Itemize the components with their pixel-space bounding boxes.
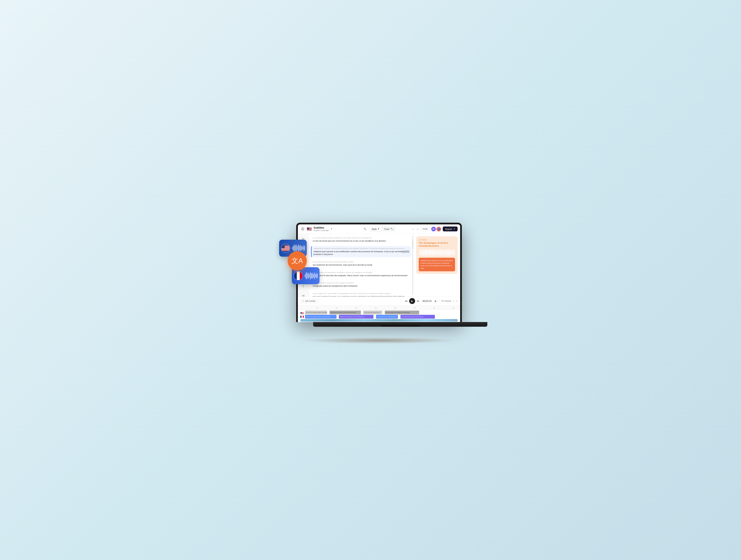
back-arrow-icon[interactable]: ← <box>411 227 414 231</box>
subtitle-original-5: workplace doesn't require as much change… <box>313 282 410 284</box>
svg-rect-32 <box>300 314 304 314</box>
subtitle-translated-1[interactable]: Un lieu de travail sain pour l'environne… <box>313 240 410 243</box>
fr-segment-4[interactable]: et la santé et le bien-être des employés… <box>400 315 435 319</box>
header-left: Subtitles English Language ▾ <box>300 226 362 232</box>
menu-icon[interactable] <box>300 227 305 231</box>
sidebar-item-help[interactable]: ? <box>299 284 308 289</box>
timeline-ruler: 15 20 25 30 35 40 45 50 <box>298 306 460 310</box>
subtitle-block-6: as you might think. The benefits to orga… <box>311 291 411 297</box>
svg-rect-25 <box>307 230 312 231</box>
search-button[interactable]: 🔍 <box>362 226 368 232</box>
svg-rect-10 <box>281 250 290 250</box>
subtitle-block-3: of not only the environment, but also wo… <box>311 259 411 268</box>
svg-rect-31 <box>300 313 304 314</box>
laptop-shadow <box>302 337 456 344</box>
subtitle-block-1: An environmentally healthy workplace is … <box>311 235 411 244</box>
ruler-mark-30: 30 <box>375 307 377 309</box>
editor-panel: An environmentally healthy workplace is … <box>309 234 413 297</box>
zoom-in-icon[interactable]: + <box>453 300 454 302</box>
scroll-indicator <box>412 236 413 295</box>
ruler-mark-40: 40 <box>414 307 415 309</box>
subtitle-block-5: workplace doesn't require as much change… <box>311 281 411 289</box>
export-button[interactable]: Export ↗ <box>443 227 458 231</box>
subtitle-highlight-text: collaborer pour parvenir à une améliorat… <box>420 259 453 269</box>
svg-rect-8 <box>281 249 290 249</box>
fit-timeline-button[interactable]: Fit Timeline <box>442 300 451 302</box>
header-right: ← → Invite SK 👤 Export ↗ <box>396 227 458 231</box>
scene: 文A <box>275 214 466 346</box>
timeline-area: ✂ Split Subtitle ⏮ ▶ ⏭ 00:02:23 🔊 − <box>298 297 460 322</box>
svg-rect-21 <box>307 229 312 230</box>
svg-rect-7 <box>281 248 290 249</box>
fast-forward-button[interactable]: ⏭ <box>417 300 419 303</box>
tab-style[interactable]: Style ✦ <box>369 227 382 231</box>
track-flag-fr <box>300 316 304 318</box>
subtitle-translated-5[interactable]: n'exige pas autant de changements dans l… <box>313 285 410 288</box>
invite-button[interactable]: Invite <box>421 227 429 231</box>
subtitle-translated-6[interactable]: que vous pourriez le penser. Les avantag… <box>313 295 410 297</box>
sidebar-item-message[interactable]: ✉ <box>299 293 308 297</box>
audio-waveform <box>419 249 455 256</box>
app-title: Subtitles <box>314 226 329 229</box>
svg-rect-9 <box>281 249 290 250</box>
header-center: 🔍 Style ✦ Tools 🔧 <box>362 226 396 232</box>
timeline-right-controls: 🔊 − Fit Timeline + 〜 <box>434 300 458 303</box>
svg-rect-34 <box>300 312 302 313</box>
fr-segment-3[interactable]: non seulement de l'environnement... <box>376 315 398 319</box>
laptop: Subtitles English Language ▾ 🔍 Style ✦ <box>296 223 462 322</box>
audio-card: Leo Brown The Advantages of an Eco-Frien… <box>416 236 458 274</box>
title-dropdown-icon[interactable]: ▾ <box>331 228 332 230</box>
svg-rect-12 <box>281 250 290 251</box>
user-initials-badge: SK <box>431 227 436 231</box>
svg-rect-27 <box>307 228 309 230</box>
translate-icon: 文A <box>291 256 303 265</box>
ruler-mark-20: 20 <box>336 307 338 309</box>
subtitle-translated-3[interactable]: non seulement de l'environnement, mais a… <box>313 264 410 267</box>
fr-segment-1[interactable]: Un lieu de travail sain pour l'environne… <box>305 315 337 319</box>
svg-rect-11 <box>281 250 290 250</box>
split-subtitle-button[interactable]: ✂ Split Subtitle <box>300 299 317 303</box>
laptop-base <box>313 322 487 327</box>
timeline-controls: ✂ Split Subtitle ⏮ ▶ ⏭ 00:02:23 🔊 − <box>298 297 460 306</box>
ruler-mark-15: 15 <box>317 307 318 309</box>
en-segment-4[interactable]: and the health and wellbeing of employee… <box>385 311 419 314</box>
en-segment-3[interactable]: of not only the environment... <box>363 311 382 314</box>
ruler-mark-50: 50 <box>453 307 455 309</box>
app-header: Subtitles English Language ▾ 🔍 Style ✦ <box>298 224 460 234</box>
volume-icon[interactable]: 🔊 <box>434 300 437 302</box>
subtitle-original-4: and the health and wellbeing of employee… <box>313 271 410 273</box>
subtitle-translated-2[interactable]: collaborer pour parvenir à une améliorat… <box>313 250 410 256</box>
rewind-button[interactable]: ⏮ <box>405 300 407 303</box>
message-icon: ✉ <box>302 294 305 297</box>
fr-waveform <box>305 271 318 280</box>
en-segment-1[interactable]: An environmentally healthy workplace is … <box>305 311 327 314</box>
fr-segment-2[interactable]: collaborer pour parvenir à une améliorat… <box>339 315 374 319</box>
subtitle-block-4: and the health and wellbeing of employee… <box>311 270 411 278</box>
forward-arrow-icon[interactable]: → <box>416 227 419 231</box>
tools-icon: 🔧 <box>390 228 393 230</box>
playback-controls: ⏮ ▶ ⏭ 00:02:23 <box>405 298 433 304</box>
subtitle-original-1: An environmentally healthy workplace is … <box>313 237 410 239</box>
track-row-audio <box>300 319 458 322</box>
zoom-out-icon[interactable]: − <box>439 300 440 302</box>
subtitle-block-2: collaborate to achieve continual improve… <box>311 246 411 257</box>
svg-rect-13 <box>281 245 285 248</box>
translate-button[interactable]: 文A <box>288 251 307 270</box>
export-icon: ↗ <box>453 228 455 230</box>
us-waveform <box>292 244 305 252</box>
en-segment-2[interactable]: collaborate to achieve continual improve… <box>330 311 361 314</box>
subtitle-highlight-card: collaborer pour parvenir à une améliorat… <box>419 258 455 271</box>
track-row-fr: Un lieu de travail sain pour l'environne… <box>300 315 458 319</box>
subtitle-original-3: of not only the environment, but also wo… <box>313 261 410 263</box>
ruler-mark-25: 25 <box>355 307 357 309</box>
scroll-thumb[interactable] <box>412 240 413 249</box>
style-tools-tabs: Style ✦ Tools 🔧 <box>369 227 396 231</box>
app-subtitle: English Language <box>314 229 329 232</box>
laptop-screen: Subtitles English Language ▾ 🔍 Style ✦ <box>298 224 460 322</box>
waveform-toggle-icon[interactable]: 〜 <box>456 300 458 303</box>
tab-tools[interactable]: Tools 🔧 <box>382 227 395 231</box>
play-button[interactable]: ▶ <box>409 298 415 304</box>
main-content: ⚙ Settings ↑ Upload T Text ≡ <box>298 234 460 297</box>
subtitle-translated-4[interactable]: et la santé et le bien-être des employés… <box>313 274 410 277</box>
right-panel: Leo Brown The Advantages of an Eco-Frien… <box>413 234 460 297</box>
